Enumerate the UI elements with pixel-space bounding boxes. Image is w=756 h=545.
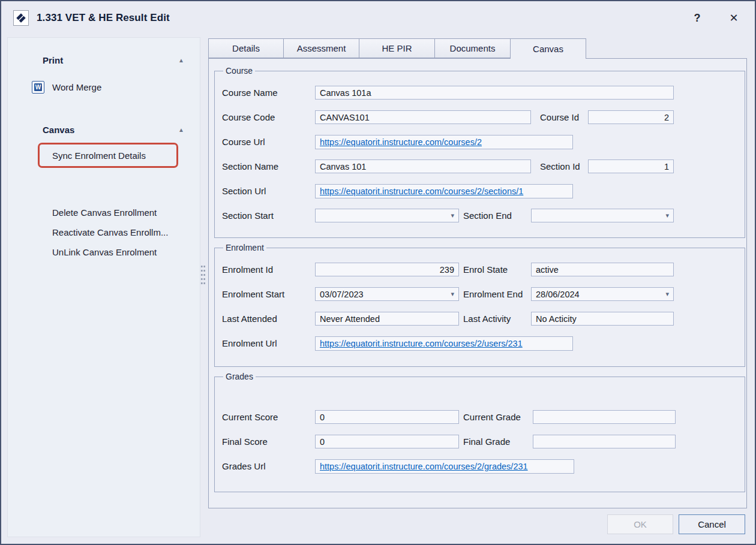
tab-assessment[interactable]: Assessment <box>284 38 359 58</box>
final-grade-input[interactable] <box>533 435 676 448</box>
cancel-button[interactable]: Cancel <box>679 514 745 534</box>
enrolment-url-label: Enrolment Url <box>222 338 315 348</box>
help-button[interactable]: ? <box>688 9 706 27</box>
splitter-handle[interactable] <box>200 264 205 287</box>
enrolment-dates-row: Enrolment Start 03/07/2023 ▾ Enrolment E… <box>222 282 737 306</box>
canvas-tab-panel: Course Course Name Course Code Course Id… <box>208 58 747 508</box>
tab-canvas[interactable]: Canvas <box>511 38 586 59</box>
section-start-combobox[interactable]: ▾ <box>315 209 459 222</box>
section-name-input[interactable] <box>315 159 531 173</box>
section-start-label: Section Start <box>222 210 315 221</box>
dialog-window: 1.331 VET & HE Result Edit ? ✕ Print ▲ W… <box>0 0 756 545</box>
titlebar: 1.331 VET & HE Result Edit ? ✕ <box>1 1 755 35</box>
course-url-row: Course Url https://equatorit.instructure… <box>222 130 737 154</box>
current-score-label: Current Score <box>222 412 315 422</box>
enrolment-start-datepicker[interactable]: 03/07/2023 ▾ <box>315 287 459 301</box>
course-id-input[interactable] <box>588 110 674 124</box>
reactivate-enrollment-label: Reactivate Canvas Enrollm... <box>52 227 168 237</box>
last-activity-input[interactable] <box>531 312 674 326</box>
enrolment-group-title: Enrolment <box>223 243 266 252</box>
section-url-field: https://equatorit.instructure.com/course… <box>315 184 573 198</box>
section-end-combobox[interactable]: ▾ <box>531 209 674 222</box>
course-code-label: Course Code <box>222 112 315 122</box>
delete-enrollment-label: Delete Canvas Enrollment <box>52 207 157 218</box>
course-url-label: Course Url <box>222 137 315 147</box>
enrolment-start-label: Enrolment Start <box>222 289 315 299</box>
course-id-label: Course Id <box>540 112 588 122</box>
sidebar-item-word-merge[interactable]: W Word Merge <box>32 80 101 94</box>
grades-group: Grades Current Score Current Grade Final… <box>214 372 745 492</box>
word-icon: W <box>32 81 44 94</box>
section-dates-row: Section Start ▾ Section End ▾ <box>222 203 737 228</box>
course-name-input[interactable] <box>315 86 674 100</box>
enrolment-end-datepicker[interactable]: 28/06/2024 ▾ <box>531 287 674 301</box>
sidebar-section-print[interactable]: Print ▲ <box>43 53 184 67</box>
section-name-label: Section Name <box>222 161 315 171</box>
enrolment-url-link[interactable]: https://equatorit.instructure.com/course… <box>320 339 523 348</box>
section-id-input[interactable] <box>588 159 674 173</box>
current-grade-label: Current Grade <box>463 412 533 422</box>
ok-button[interactable]: OK <box>607 514 673 534</box>
course-group-title: Course <box>223 66 255 76</box>
section-title-canvas: Canvas <box>43 125 74 135</box>
section-id-label: Section Id <box>540 161 588 171</box>
grades-url-row: Grades Url https://equatorit.instructure… <box>222 454 737 478</box>
final-score-row: Final Score Final Grade <box>222 429 737 454</box>
course-group: Course Course Name Course Code Course Id… <box>214 66 745 238</box>
sidebar-section-canvas[interactable]: Canvas ▲ <box>43 123 184 136</box>
course-code-input[interactable] <box>315 110 531 124</box>
section-name-row: Section Name Section Id <box>222 154 737 179</box>
enrolment-end-label: Enrolment End <box>463 289 531 299</box>
tab-documents[interactable]: Documents <box>435 38 511 58</box>
current-grade-input[interactable] <box>533 410 676 424</box>
sidebar-item-sync-enrolment-details[interactable]: Sync Enrolment Details <box>38 143 178 168</box>
sidebar-item-unlink-canvas-enrolment[interactable]: UnLink Canvas Enrolment <box>52 245 157 258</box>
current-score-input[interactable] <box>315 410 459 424</box>
enrolment-id-row: Enrolment Id Enrol State <box>222 257 737 282</box>
section-end-label: Section End <box>463 210 531 221</box>
current-score-row: Current Score Current Grade <box>222 405 737 429</box>
course-name-row: Course Name <box>222 80 737 105</box>
section-url-link[interactable]: https://equatorit.instructure.com/course… <box>320 186 523 196</box>
chevron-down-icon[interactable]: ▾ <box>664 212 671 219</box>
course-url-field: https://equatorit.instructure.com/course… <box>315 135 573 149</box>
sidebar-item-reactivate-canvas-enrollment[interactable]: Reactivate Canvas Enrollm... <box>52 225 168 239</box>
sync-enrolment-label: Sync Enrolment Details <box>52 150 146 161</box>
grades-url-link[interactable]: https://equatorit.instructure.com/course… <box>320 462 528 471</box>
grades-group-title: Grades <box>223 372 256 381</box>
attendance-row: Last Attended Last Activity <box>222 306 737 331</box>
section-url-row: Section Url https://equatorit.instructur… <box>222 179 737 203</box>
collapse-arrow-icon[interactable]: ▲ <box>178 57 184 64</box>
grades-url-field: https://equatorit.instructure.com/course… <box>315 459 574 474</box>
course-code-row: Course Code Course Id <box>222 105 737 130</box>
final-score-input[interactable] <box>315 435 459 448</box>
app-icon <box>13 10 29 26</box>
enrol-state-label: Enrol State <box>463 264 531 275</box>
tabstrip: Details Assessment HE PIR Documents Canv… <box>208 38 586 59</box>
section-title-print: Print <box>43 55 63 65</box>
sidebar-item-delete-canvas-enrollment[interactable]: Delete Canvas Enrollment <box>52 206 157 219</box>
enrol-state-input[interactable] <box>531 263 674 276</box>
chevron-down-icon[interactable]: ▾ <box>449 290 456 298</box>
chevron-down-icon[interactable]: ▾ <box>449 212 456 219</box>
section-url-label: Section Url <box>222 186 315 196</box>
enrolment-id-input[interactable] <box>315 263 459 276</box>
sidebar: Print ▲ W Word Merge Canvas ▲ Sync Enrol… <box>7 37 200 537</box>
tab-he-pir[interactable]: HE PIR <box>359 38 435 58</box>
enrolment-url-row: Enrolment Url https://equatorit.instruct… <box>222 331 737 356</box>
last-attended-input[interactable] <box>315 312 459 326</box>
app-logo-glyph <box>14 11 28 25</box>
collapse-arrow-icon[interactable]: ▲ <box>178 127 184 133</box>
enrolment-url-field: https://equatorit.instructure.com/course… <box>315 336 573 351</box>
chevron-down-icon[interactable]: ▾ <box>664 290 671 298</box>
course-name-label: Course Name <box>222 88 315 98</box>
last-attended-label: Last Attended <box>222 314 315 324</box>
close-button[interactable]: ✕ <box>725 9 743 27</box>
tab-details[interactable]: Details <box>208 38 284 58</box>
word-merge-label: Word Merge <box>52 82 101 92</box>
final-grade-label: Final Grade <box>463 436 533 447</box>
final-score-label: Final Score <box>222 436 315 447</box>
last-activity-label: Last Activity <box>463 314 531 324</box>
course-url-link[interactable]: https://equatorit.instructure.com/course… <box>320 137 482 147</box>
enrolment-id-label: Enrolment Id <box>222 264 315 275</box>
